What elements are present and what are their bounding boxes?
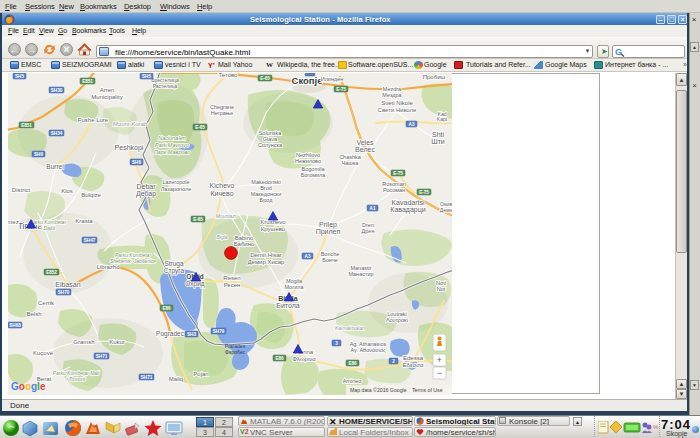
svg-text:Φλώρινα: Φλώρινα <box>292 356 316 362</box>
svg-text:Брод: Брод <box>260 197 274 203</box>
svg-text:E-65: E-65 <box>193 217 203 222</box>
svg-text:Map data ©2016 Google: Map data ©2016 Google <box>350 387 407 393</box>
svg-text:2: 2 <box>392 359 395 364</box>
svg-text:Дебар: Дебар <box>136 190 156 198</box>
svg-text:Бонче: Бонче <box>322 257 338 263</box>
svg-text:Demir Hisar: Demir Hisar <box>250 252 282 258</box>
svg-text:A1: A1 <box>370 206 376 211</box>
svg-text:Могила: Могила <box>284 284 304 290</box>
svg-text:Kukur: Kukur <box>109 339 125 345</box>
svg-text:Солунска: Солунска <box>258 142 283 148</box>
svg-text:E86: E86 <box>348 361 357 366</box>
svg-text:Тетово: Тетово <box>219 73 239 78</box>
svg-text:SH5: SH5 <box>142 74 151 79</box>
svg-text:Крушево: Крушево <box>261 226 286 232</box>
svg-text:Arren: Arren <box>100 87 115 93</box>
svg-text:Krasta: Krasta <box>75 218 93 224</box>
svg-text:Edessa: Edessa <box>403 355 424 361</box>
svg-text:E-65: E-65 <box>260 76 270 81</box>
svg-text:Fushe Lure: Fushe Lure <box>78 117 109 123</box>
svg-text:Λουτράκι: Λουτράκι <box>386 317 409 323</box>
svg-text:Растелица: Растелица <box>153 83 178 89</box>
svg-text:Resen: Resen <box>223 275 240 281</box>
svg-text:Kapt: Kapt <box>437 116 448 122</box>
svg-text:Лазарополе: Лазарополе <box>161 186 192 192</box>
svg-text:Bulqize: Bulqize <box>81 192 101 198</box>
svg-text:Municipality: Municipality <box>91 94 122 100</box>
svg-text:SH6: SH6 <box>132 160 141 165</box>
svg-text:E851: E851 <box>21 123 32 128</box>
svg-text:Нежилово: Нежилово <box>295 158 321 164</box>
svg-text:Debar: Debar <box>136 183 156 190</box>
svg-text:Кичево: Кичево <box>210 190 233 197</box>
svg-text:A3: A3 <box>305 254 311 259</box>
svg-text:Terms of Use: Terms of Use <box>412 387 443 393</box>
svg-text:Неграње: Неграње <box>211 110 234 116</box>
svg-text:SH71: SH71 <box>141 375 153 380</box>
svg-text:Kaimaktsalan: Kaimaktsalan <box>335 325 365 331</box>
svg-text:3: 3 <box>335 341 338 346</box>
svg-text:Park Mavrovo: Park Mavrovo <box>155 142 189 148</box>
svg-text:Nacionalen: Nacionalen <box>158 135 186 141</box>
svg-text:SH68: SH68 <box>9 323 21 328</box>
svg-text:E-75: E-75 <box>393 171 403 176</box>
svg-text:Burrel: Burrel <box>46 163 64 170</box>
svg-text:SH34: SH34 <box>51 131 63 136</box>
svg-text:Дрен: Дрен <box>362 228 375 234</box>
svg-text:Пробиш: Пробиш <box>423 74 446 80</box>
svg-text:E-75: E-75 <box>419 190 429 195</box>
svg-text:SH70: SH70 <box>58 290 70 295</box>
svg-text:i Dajtit: i Dajtit <box>41 225 56 231</box>
svg-text:Манастир: Манастир <box>348 271 373 277</box>
svg-text:Google: Google <box>11 381 46 392</box>
svg-text:SH30: SH30 <box>51 88 63 93</box>
svg-text:Not: Not <box>437 286 446 292</box>
svg-text:Чашка: Чашка <box>342 160 360 166</box>
svg-text:SH79: SH79 <box>213 329 225 334</box>
svg-text:i Tomorit: i Tomorit <box>67 376 87 382</box>
svg-text:Kuçovë: Kuçovë <box>33 350 54 356</box>
svg-text:SH3: SH3 <box>187 332 196 337</box>
svg-text:G: G <box>615 47 622 57</box>
svg-text:Битола: Битола <box>276 302 299 309</box>
svg-text:Илинден: Илинден <box>321 76 344 82</box>
svg-text:−: − <box>437 368 442 378</box>
svg-text:Εδεσσα: Εδεσσα <box>403 362 424 368</box>
svg-text:Шти: Шти <box>431 138 445 145</box>
svg-text:Pogradec: Pogradec <box>156 330 185 338</box>
svg-text:Amineo: Amineo <box>343 378 362 384</box>
svg-text:Струга: Струга <box>164 267 185 275</box>
svg-text:Демир Хисар: Демир Хисар <box>248 259 286 265</box>
svg-text:+: + <box>437 355 442 365</box>
svg-text:Cerrik: Cerrik <box>38 300 55 306</box>
svg-text:Mountain: Mountain <box>216 213 237 219</box>
svg-text:Αγ. Αθανάσιος: Αγ. Αθανάσιος <box>350 347 386 353</box>
svg-text:Bigla: Bigla <box>216 234 227 240</box>
svg-text:Кавадарци: Кавадарци <box>390 206 425 214</box>
svg-text:Veles: Veles <box>356 139 374 146</box>
svg-text:SH71: SH71 <box>96 354 108 359</box>
svg-text:E86: E86 <box>275 356 284 361</box>
svg-text:mez: mez <box>8 219 19 225</box>
svg-text:Maliq: Maliq <box>169 376 183 382</box>
svg-text:SH5: SH5 <box>15 74 24 79</box>
svg-text:District: District <box>12 187 31 193</box>
svg-text:Pojan: Pojan <box>193 371 208 377</box>
svg-text:Скопје: Скопје <box>292 75 323 86</box>
svg-text:Gramsh: Gramsh <box>73 339 94 345</box>
svg-text:E851: E851 <box>82 79 93 84</box>
svg-text:Lazeropole: Lazeropole <box>162 179 189 185</box>
svg-text:Kavadartsi: Kavadartsi <box>391 199 425 206</box>
svg-text:Богомила: Богомила <box>301 172 327 178</box>
svg-text:Mount Korab: Mount Korab <box>113 121 148 127</box>
svg-text:Elbasan: Elbasan <box>55 281 80 288</box>
svg-text:Демн: Демн <box>440 207 452 213</box>
svg-text:E-65: E-65 <box>195 125 205 130</box>
svg-text:SH6: SH6 <box>34 152 43 157</box>
svg-text:Ресен: Ресен <box>224 282 241 288</box>
svg-text:E-75: E-75 <box>336 87 346 92</box>
svg-text:Мездра: Мездра <box>382 92 402 98</box>
svg-text:SH47: SH47 <box>84 238 96 243</box>
svg-text:Прилеп: Прилеп <box>316 228 341 236</box>
svg-text:Велес: Велес <box>355 146 375 153</box>
